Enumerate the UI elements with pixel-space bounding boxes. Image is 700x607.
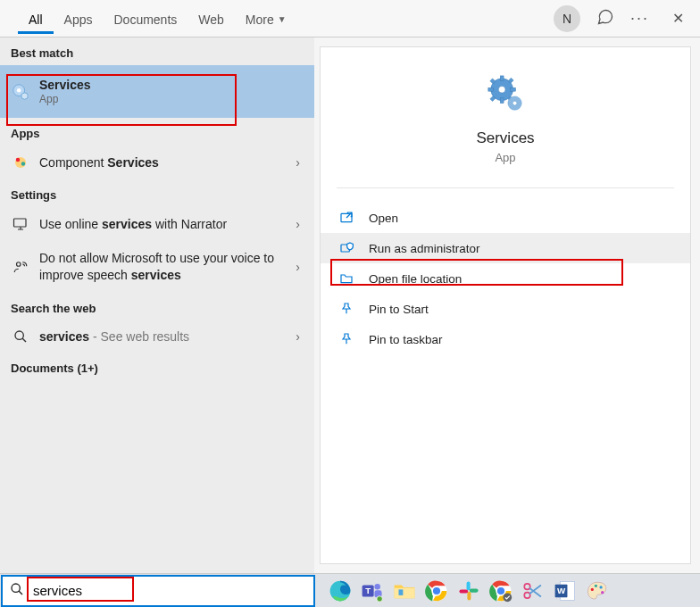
svg-text:W: W [557,586,566,595]
action-run-admin[interactable]: Run as administrator [321,233,690,263]
result-services-app[interactable]: Services App [0,65,314,118]
svg-point-47 [595,584,597,586]
folder-icon [338,271,354,286]
search-icon [10,582,24,599]
section-documents: Documents (1+) [0,353,314,380]
feedback-icon[interactable] [596,8,614,29]
tab-all[interactable]: All [18,4,54,34]
svg-point-46 [591,587,594,590]
chevron-down-icon: ▼ [278,14,287,24]
result-title: Use online services with Narrator [39,217,292,231]
open-icon [338,211,354,225]
paint-icon[interactable] [584,578,611,604]
svg-point-48 [599,586,602,588]
svg-point-5 [21,162,26,166]
action-open[interactable]: Open [321,203,690,233]
tab-more[interactable]: More ▼ [235,4,297,34]
svg-point-8 [15,331,23,339]
result-component-services[interactable]: Component Services › [0,146,314,179]
results-list: Best match Services App Apps Component S… [0,37,314,573]
chevron-right-icon: › [292,260,304,274]
svg-rect-31 [399,589,404,595]
action-label: Pin to taskbar [369,333,443,346]
word-icon[interactable]: W [552,578,579,604]
snip-icon[interactable] [520,578,546,604]
teams-icon[interactable]: T [359,578,386,604]
close-icon[interactable]: ✕ [665,6,691,30]
svg-point-4 [16,158,21,162]
svg-point-29 [377,595,383,602]
tab-documents[interactable]: Documents [103,4,188,34]
svg-rect-34 [467,581,471,590]
section-apps: Apps [0,118,314,146]
chrome-icon[interactable] [423,578,450,604]
svg-point-10 [498,86,505,93]
svg-rect-12 [500,98,504,104]
tab-apps[interactable]: Apps [54,4,104,34]
chevron-right-icon: › [292,329,304,344]
pin-icon [338,302,354,316]
gear-icon [11,82,30,102]
search-input[interactable] [29,579,306,602]
action-label: Open file location [369,272,462,286]
result-title: Component Services [39,155,292,170]
action-label: Run as administrator [369,242,480,255]
services-app-icon [485,74,526,115]
svg-text:T: T [365,586,371,595]
preview-subtitle: App [329,151,681,164]
taskbar-tray: T W [316,578,700,604]
scope-tabs: All Apps Documents Web More ▼ N ··· ✕ [0,0,700,37]
preview-title: Services [329,129,681,147]
svg-rect-11 [500,76,504,81]
svg-rect-35 [470,588,479,592]
action-pin-start[interactable]: Pin to Start [321,294,690,324]
svg-point-20 [512,101,517,105]
user-avatar[interactable]: N [554,5,580,32]
result-title: Do not allow Microsoft to use your voice… [39,250,292,284]
action-pin-taskbar[interactable]: Pin to taskbar [321,324,690,354]
edge-icon[interactable] [327,578,354,604]
svg-rect-36 [467,591,471,600]
section-settings: Settings [0,179,314,207]
svg-point-27 [374,583,380,589]
svg-point-23 [12,584,20,592]
action-open-location[interactable]: Open file location [321,263,690,294]
svg-rect-30 [395,587,415,597]
monitor-icon [11,216,30,232]
result-title: Services [39,78,304,92]
svg-rect-13 [488,87,494,91]
tab-more-label: More [246,12,274,27]
section-best-match: Best match [0,37,314,65]
search-icon [11,329,30,344]
chrome-beta-icon[interactable] [488,578,514,604]
result-web-services[interactable]: services - See web results › [0,320,314,353]
section-search-web: Search the web [0,293,314,320]
svg-point-2 [21,92,28,98]
svg-point-33 [432,586,441,595]
action-label: Open [369,212,398,225]
svg-point-1 [17,87,21,92]
svg-point-49 [601,591,604,594]
result-narrator-services[interactable]: Use online services with Narrator › [0,207,314,241]
chevron-right-icon: › [292,217,304,231]
search-box[interactable] [1,575,315,607]
explorer-icon[interactable] [391,578,418,604]
svg-point-7 [17,262,21,267]
slack-icon[interactable] [455,578,482,604]
chevron-right-icon: › [292,155,304,170]
svg-rect-14 [511,87,516,91]
speech-icon [11,259,30,275]
preview-panel: Services App Open Run as administrator O… [320,46,691,564]
result-title: services - See web results [39,329,292,344]
svg-rect-6 [14,219,27,227]
svg-rect-37 [459,589,468,593]
pin-icon [338,332,354,346]
result-subtitle: App [39,93,304,105]
shield-icon [338,241,354,255]
tab-web[interactable]: Web [188,4,235,34]
component-icon [11,154,30,170]
svg-point-39 [496,586,505,595]
result-speech-services[interactable]: Do not allow Microsoft to use your voice… [0,241,314,293]
taskbar: T W [0,573,700,607]
more-options-icon[interactable]: ··· [630,9,649,28]
